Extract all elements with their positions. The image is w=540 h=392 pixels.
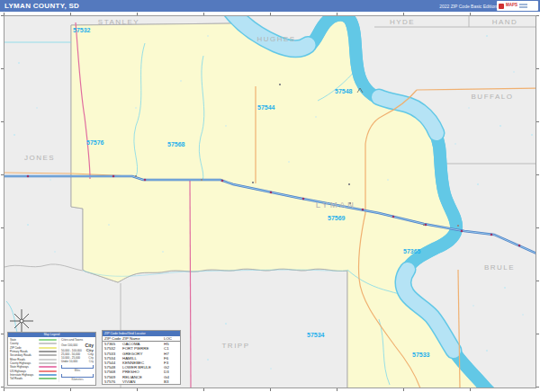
city-tier-sample: City: [89, 360, 94, 363]
county-label-tripp: TRIPP: [221, 342, 249, 350]
page-title: LYMAN COUNTY, SD: [4, 2, 79, 10]
legend-item-label: Toll Roads: [10, 377, 22, 380]
cell-loc: B3: [164, 379, 176, 384]
scale-label-kilometers: Kilometers: [61, 378, 94, 381]
map-legend: Map Legend State County ZIP Code Primary…: [7, 332, 96, 386]
legend-swatch: [39, 343, 57, 344]
zip-label-57532: 57532: [73, 27, 91, 33]
county-label-lyman: LYMAN: [316, 200, 356, 209]
legend-swatch: [39, 378, 57, 379]
table-row: 57576VIVIANB3: [103, 379, 180, 384]
logo-brand-text: MAPS: [506, 4, 518, 8]
title-bar: LYMAN COUNTY, SD 2022 ZIP Code Basic Edi…: [0, 0, 540, 12]
city-tier-range: 50,000 - 100,000: [61, 349, 82, 352]
scale-label-miles: Miles: [61, 369, 94, 372]
logo-mark-icon: [499, 4, 504, 9]
county-label-brule: BRULE: [484, 263, 515, 272]
city-tier-range: Over 100,000: [61, 343, 77, 347]
cell-code: 57576: [104, 379, 122, 384]
zip-code-index-table: ZIP Code Index/Grid Locator ZIP Code ZIP…: [102, 330, 181, 385]
compass-rose-icon: [10, 309, 33, 333]
scale-bar-miles: Miles: [61, 365, 94, 372]
legend-swatch: [39, 359, 57, 361]
county-label-hyde: HYDE: [390, 18, 415, 26]
zip-label-57569: 57569: [328, 215, 346, 221]
zip-label-57548: 57548: [335, 88, 353, 94]
cell-name: VIVIAN: [122, 379, 164, 384]
edition-label: 2022 ZIP Code Basic Edition: [439, 4, 497, 9]
legend-swatch: [39, 347, 57, 349]
col-zip-name: ZIP Name: [122, 336, 164, 341]
county-label-stanley: STANLEY: [98, 18, 140, 26]
grid-ruler-bottom: [4, 388, 536, 391]
mapsofworld-logo: MAPS: [497, 1, 538, 11]
zip-label-57544: 57544: [257, 104, 275, 111]
logo-decoration: [519, 4, 527, 8]
legend-swatch: [39, 339, 57, 341]
county-label-hand: HAND: [492, 18, 518, 26]
zip-label-57576: 57576: [86, 139, 104, 146]
col-zip-code: ZIP Code: [104, 336, 122, 341]
scale-bar-kilometers: Kilometers: [61, 374, 94, 381]
legend-swatch: [39, 370, 57, 372]
zip-label-57365: 57365: [403, 248, 421, 254]
county-label-buffalo: BUFFALO: [472, 93, 514, 101]
col-loc: LOC: [164, 336, 176, 341]
zip-label-57534: 57534: [307, 332, 325, 338]
map-canvas: STANLEY HUGHES HYDE HAND BUFFALO JONES L…: [4, 15, 536, 388]
county-label-hughes: HUGHES: [256, 35, 295, 43]
legend-cities-column: Cities and Towns Over 100,000City 50,000…: [58, 337, 95, 382]
county-label-jones: JONES: [24, 154, 55, 162]
legend-swatch: [39, 354, 57, 356]
legend-swatch: [39, 362, 57, 364]
legend-cities-title: Cities and Towns: [61, 338, 94, 342]
legend-road-items: State County ZIP Code Primary Roads Seco…: [8, 337, 58, 382]
grid-ruler-right: [536, 15, 539, 388]
legend-swatch: [39, 351, 57, 352]
city-tier-range: Under 10,000: [61, 360, 77, 363]
zip-label-57533: 57533: [412, 352, 430, 358]
legend-swatch: [39, 374, 57, 376]
zip-label-57568: 57568: [167, 141, 185, 147]
legend-swatch: [39, 366, 57, 368]
